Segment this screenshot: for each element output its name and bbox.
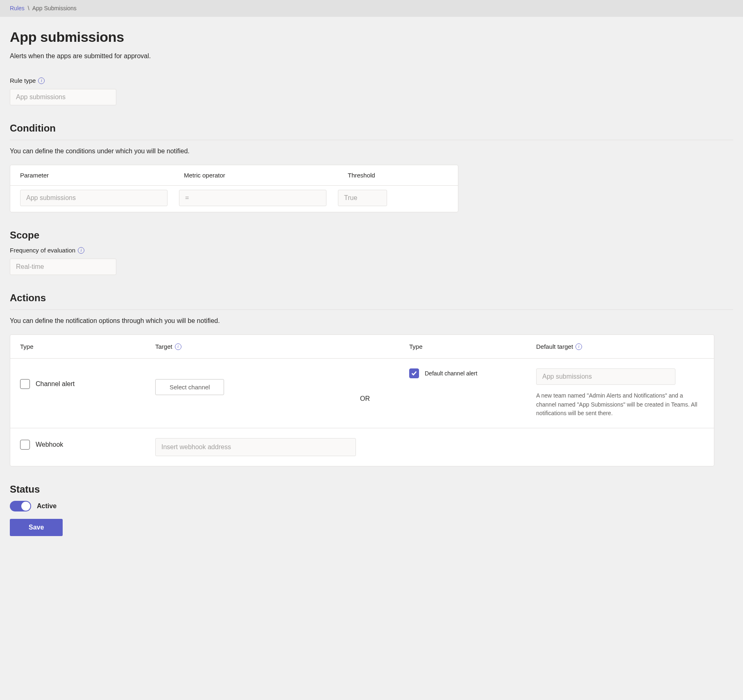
page-description: Alerts when the apps are submitted for a…	[10, 52, 733, 60]
breadcrumb-current: App Submissions	[32, 5, 77, 11]
divider	[10, 309, 733, 310]
info-icon[interactable]: i	[575, 343, 582, 350]
actions-row-webhook: Webhook	[10, 428, 714, 466]
page-title: App submissions	[10, 29, 733, 45]
rule-type-value: App submissions	[10, 89, 116, 105]
actions-col-target: Target	[155, 343, 172, 350]
or-separator: OR	[360, 384, 409, 402]
webhook-label: Webhook	[36, 441, 63, 448]
actions-col-type-right: Type	[409, 343, 536, 350]
status-label: Active	[37, 502, 57, 510]
actions-col-default-target: Default target	[536, 343, 573, 350]
save-button[interactable]: Save	[10, 519, 63, 536]
default-channel-description: A new team named "Admin Alerts and Notif…	[536, 391, 704, 418]
breadcrumb-rules-link[interactable]: Rules	[10, 5, 25, 11]
info-icon[interactable]: i	[38, 77, 45, 84]
channel-alert-checkbox[interactable]	[20, 379, 30, 389]
condition-description: You can define the conditions under whic…	[10, 148, 733, 155]
condition-operator-value: =	[179, 190, 326, 206]
condition-card: Parameter Metric operator Threshold App …	[10, 165, 458, 212]
channel-alert-label: Channel alert	[36, 380, 75, 388]
actions-description: You can define the notification options …	[10, 317, 733, 325]
default-channel-checkbox[interactable]	[409, 368, 419, 378]
frequency-label: Frequency of evaluation i	[10, 247, 733, 254]
info-icon[interactable]: i	[175, 343, 181, 350]
default-channel-label: Default channel alert	[425, 370, 477, 377]
webhook-address-input[interactable]	[155, 438, 356, 456]
select-channel-button[interactable]: Select channel	[155, 379, 224, 395]
scope-heading: Scope	[10, 230, 733, 241]
default-target-value: App submissions	[536, 368, 675, 385]
divider	[10, 140, 733, 140]
breadcrumb-separator: \	[28, 5, 29, 11]
condition-col-threshold: Threshold	[348, 172, 448, 179]
condition-col-operator: Metric operator	[184, 172, 348, 179]
actions-card: Type Target i Type Default target i Chan…	[10, 334, 714, 466]
info-icon[interactable]: i	[78, 247, 84, 254]
condition-heading: Condition	[10, 123, 733, 134]
actions-row-channel: Channel alert Select channel OR Default …	[10, 359, 714, 428]
frequency-label-text: Frequency of evaluation	[10, 247, 75, 254]
actions-col-type-left: Type	[20, 343, 155, 350]
status-heading: Status	[10, 484, 733, 495]
webhook-checkbox[interactable]	[20, 440, 30, 450]
status-toggle[interactable]	[10, 501, 31, 511]
condition-threshold-value: True	[338, 190, 387, 206]
breadcrumb: Rules \ App Submissions	[0, 0, 743, 17]
actions-heading: Actions	[10, 292, 733, 304]
condition-parameter-value: App submissions	[20, 190, 168, 206]
frequency-value: Real-time	[10, 259, 116, 275]
rule-type-label: Rule type i	[10, 77, 733, 84]
condition-col-parameter: Parameter	[20, 172, 184, 179]
rule-type-label-text: Rule type	[10, 77, 36, 84]
